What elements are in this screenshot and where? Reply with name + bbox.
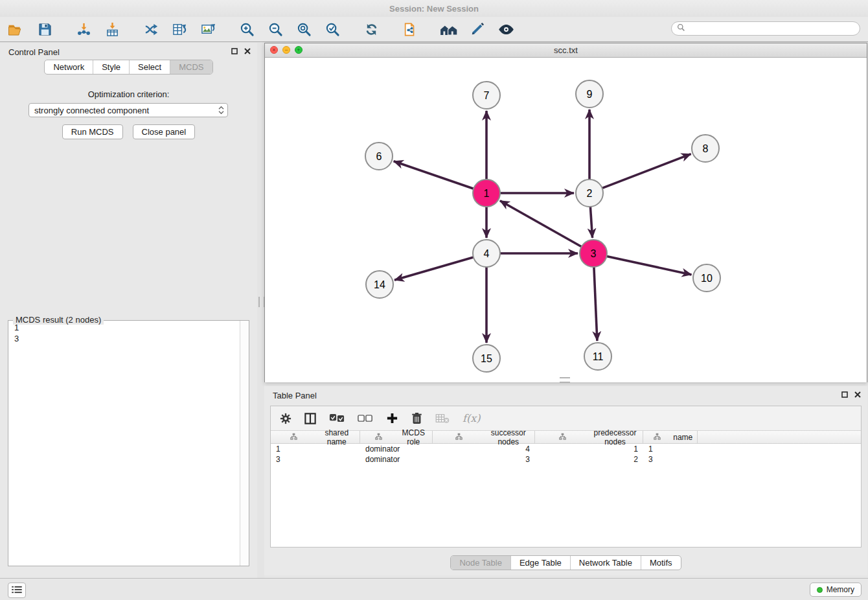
graph-edge-3-11[interactable]	[594, 267, 597, 341]
graph-edge-2-3[interactable]	[590, 207, 592, 238]
tab-network-table[interactable]: Network Table	[570, 556, 641, 570]
open-file-icon[interactable]	[6, 19, 26, 39]
criterion-value: strongly connected component	[34, 106, 149, 115]
columns-icon[interactable]	[304, 413, 316, 424]
zoom-selected-icon[interactable]	[323, 19, 342, 39]
edit-style-icon[interactable]	[468, 19, 487, 39]
zoom-in-icon[interactable]	[237, 19, 257, 39]
table-cell[interactable]: 1	[271, 444, 360, 454]
table-cell[interactable]: 3	[433, 454, 535, 465]
table-cell[interactable]: dominator	[360, 444, 433, 454]
table-row[interactable]: 1dominator411	[271, 444, 861, 454]
mcds-result-item[interactable]: 1	[8, 322, 240, 333]
table-row[interactable]: 3dominator323	[271, 454, 861, 465]
minimize-window-button[interactable]	[282, 46, 290, 54]
network-shuffle-icon[interactable]	[141, 19, 161, 39]
task-history-button[interactable]	[8, 583, 26, 598]
homes-icon[interactable]	[439, 19, 459, 39]
org-icon	[362, 433, 396, 442]
zoom-fit-icon[interactable]	[294, 19, 314, 39]
column-header-name[interactable]: name	[643, 431, 698, 443]
mcds-result-list: 13	[8, 322, 240, 566]
network-window-titlebar[interactable]: scc.txt	[265, 43, 867, 58]
column-header-successor-nodes[interactable]: successor nodes	[433, 431, 535, 443]
memory-button[interactable]: Memory	[810, 583, 862, 597]
toolbar-group	[6, 19, 54, 39]
search-icon	[677, 23, 685, 34]
deselect-all-icon[interactable]	[358, 413, 373, 423]
close-panel-button[interactable]: Close panel	[133, 124, 196, 139]
table-cell[interactable]: dominator	[360, 454, 433, 465]
delete-table-icon[interactable]	[435, 413, 450, 424]
graph-edge-3-10[interactable]	[607, 257, 692, 275]
import-network-icon[interactable]	[74, 19, 93, 39]
trash-icon[interactable]	[411, 412, 422, 424]
column-header-mcds-role[interactable]: MCDS role	[360, 431, 433, 443]
criterion-dropdown[interactable]: strongly connected component	[29, 103, 228, 117]
table-cell[interactable]: 3	[271, 454, 360, 465]
table-cell[interactable]: 1	[535, 444, 643, 454]
float-table-panel-icon[interactable]	[841, 391, 848, 398]
mcds-result-item[interactable]: 3	[8, 333, 240, 344]
memory-status-dot	[817, 587, 823, 593]
clone-table-icon[interactable]	[170, 19, 189, 39]
table-cell[interactable]: 4	[433, 444, 535, 454]
search-box[interactable]	[671, 21, 860, 36]
control-panel-header: Control Panel	[0, 43, 257, 60]
table-panel-title: Table Panel	[273, 391, 317, 400]
float-panel-icon[interactable]	[231, 48, 238, 54]
tab-motifs[interactable]: Motifs	[641, 556, 681, 570]
zoom-out-icon[interactable]	[266, 19, 285, 39]
tab-node-table[interactable]: Node Table	[451, 556, 510, 570]
table-cell[interactable]: 1	[643, 444, 698, 454]
tab-style[interactable]: Style	[93, 60, 129, 74]
control-panel-tabs: NetworkStyleSelectMCDS	[44, 60, 212, 75]
gear-icon[interactable]	[280, 413, 291, 424]
graph-edge-4-14[interactable]	[394, 257, 474, 280]
close-window-button[interactable]	[270, 46, 278, 54]
table-panel: Table Panel f(x) shared nameMCDS rolesuc…	[264, 386, 867, 575]
graph-node-label: 14	[374, 279, 385, 290]
tab-mcds[interactable]: MCDS	[170, 60, 212, 74]
table-cell[interactable]: 2	[535, 454, 643, 465]
refresh-icon[interactable]	[361, 19, 381, 39]
memory-label: Memory	[827, 585, 854, 594]
graph-node-label: 3	[591, 248, 597, 259]
select-all-icon[interactable]	[329, 413, 345, 423]
function-builder-button[interactable]: f(x)	[463, 412, 480, 424]
zoom-window-button[interactable]	[295, 46, 303, 54]
close-panel-icon[interactable]	[244, 48, 251, 54]
eye-icon[interactable]	[496, 19, 516, 39]
result-scrollbar[interactable]	[240, 321, 249, 566]
export-image-icon[interactable]	[198, 19, 218, 39]
column-header-predecessor-nodes[interactable]: predecessor nodes	[535, 431, 643, 443]
column-header-shared-name[interactable]: shared name	[271, 431, 360, 443]
table-header-row: shared nameMCDS rolesuccessor nodesprede…	[271, 431, 861, 444]
document-share-icon[interactable]	[400, 19, 420, 39]
graph-edge-1-6[interactable]	[394, 161, 474, 189]
canvas-resize-handle[interactable]	[560, 377, 570, 383]
graph-node-label: 10	[701, 273, 713, 284]
graph-node-label: 9	[587, 89, 593, 100]
search-input[interactable]	[689, 23, 854, 34]
graph-node-label: 2	[587, 188, 593, 199]
import-table-icon[interactable]	[102, 19, 122, 39]
tab-edge-table[interactable]: Edge Table	[510, 556, 570, 570]
node-table: f(x) shared nameMCDS rolesuccessor nodes…	[270, 406, 862, 548]
toolbar-group	[400, 19, 420, 39]
save-session-icon[interactable]	[35, 19, 54, 39]
close-table-panel-icon[interactable]	[854, 391, 861, 398]
graph-node-label: 1	[484, 188, 490, 199]
tab-select[interactable]: Select	[129, 60, 170, 74]
network-canvas[interactable]: 7968124314101511	[265, 58, 867, 382]
org-icon	[273, 433, 315, 442]
network-graph: 7968124314101511	[265, 58, 867, 382]
tab-network[interactable]: Network	[45, 60, 93, 74]
toolbar-group	[439, 19, 516, 39]
run-mcds-button[interactable]: Run MCDS	[62, 124, 123, 139]
graph-edge-2-8[interactable]	[602, 154, 691, 189]
graph-edge-3-1[interactable]	[500, 201, 582, 247]
add-icon[interactable]	[386, 412, 398, 424]
table-cell[interactable]: 3	[643, 454, 698, 465]
panel-splitter[interactable]	[257, 43, 264, 578]
